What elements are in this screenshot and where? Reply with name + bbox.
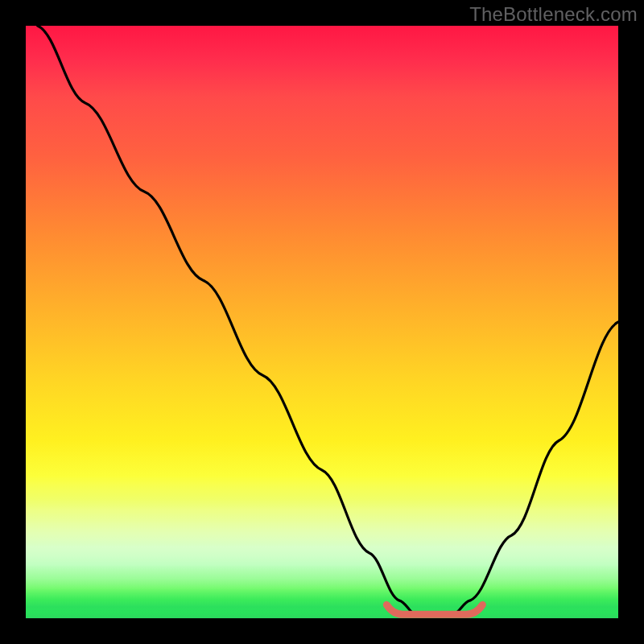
watermark-text: TheBottleneck.com <box>469 3 638 26</box>
plot-area <box>26 26 618 618</box>
curve-svg <box>26 26 618 618</box>
chart-frame: TheBottleneck.com <box>0 0 644 644</box>
bottleneck-curve <box>38 26 618 615</box>
optimal-marker <box>386 605 482 614</box>
